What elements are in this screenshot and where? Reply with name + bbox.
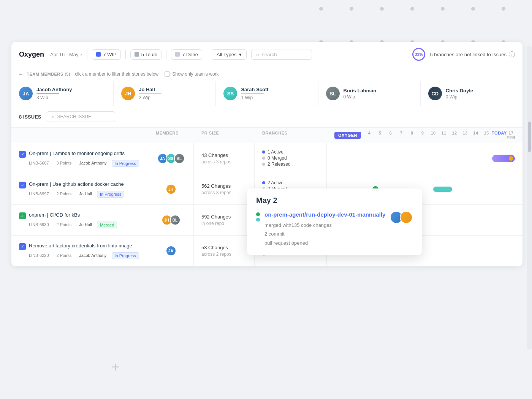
- branch-dot-1-3: [262, 163, 265, 166]
- collapse-icon[interactable]: −: [19, 71, 22, 77]
- col-pr-size: PR SIZE: [201, 131, 262, 140]
- show-team-work[interactable]: Show only team's work: [165, 71, 218, 77]
- tooltip-merged: merged with135 code changes: [264, 221, 385, 230]
- avatar-m3-bl: BL: [170, 215, 180, 225]
- tag-id-1: LINB-6667: [29, 160, 52, 167]
- multi-avatar-2: JH: [166, 184, 176, 195]
- gantt-date-9: 9: [417, 131, 428, 140]
- issue-title-2: On-prem | Use github actions docker cach…: [29, 181, 124, 188]
- tag-assignee-2: Jo Hall: [76, 191, 95, 198]
- member-wip-boris: 0 Wip: [344, 94, 377, 100]
- team-member-boris[interactable]: BL Boris Lahman 0 Wip: [318, 81, 421, 106]
- add-button[interactable]: +: [106, 358, 125, 376]
- wip-icon: [96, 52, 101, 57]
- todo-icon: [135, 52, 139, 57]
- gantt-date-11: 11: [439, 131, 449, 140]
- issue-checkbox-3[interactable]: ✓: [19, 212, 26, 219]
- branch-item-1-3: 2 Released: [262, 162, 319, 167]
- gantt-date-6: 6: [385, 131, 396, 140]
- issue-tags-3: LINB-6930 2 Points Jo Hall Merged: [19, 222, 140, 228]
- tooltip-pr-status: pull request opened: [264, 239, 385, 247]
- tooltip-meta: merged with135 code changes 2 commit pul…: [264, 221, 385, 247]
- avatar-boris: BL: [326, 87, 340, 100]
- search-bar[interactable]: ⌕ search: [251, 49, 312, 60]
- members-cell-2: JH: [148, 174, 194, 204]
- branch-dot-1-1: [262, 150, 265, 154]
- gantt-dates: 4 5 6 7 8 9 10 11 12 13 14 15 TODAY 17 F…: [364, 131, 518, 140]
- avatar-m1-bl: BL: [174, 153, 185, 164]
- team-member-chris[interactable]: CD Chris Doyle 0 Wip: [421, 81, 522, 106]
- divider3: [166, 50, 166, 59]
- gantt-date-17feb: 17 FEB: [505, 131, 518, 140]
- member-name-sarah: Sarah Scott: [241, 87, 268, 92]
- scrollbar-thumb[interactable]: [528, 122, 531, 152]
- pr-changes-2: 562 Changes: [201, 183, 247, 189]
- tooltip-branch-name[interactable]: on-prem-agent/run-deploy-dev-01-mannuall…: [264, 211, 385, 218]
- pr-changes-4: 53 Changes: [201, 245, 247, 250]
- done-badge[interactable]: 7 Done: [171, 49, 202, 60]
- gantt-date-8: 8: [407, 131, 417, 140]
- tooltip-dots: [256, 212, 260, 222]
- branch-dot-2-1: [262, 181, 265, 184]
- member-info-jacob: Jacob Anthony 3 Wip: [36, 87, 72, 100]
- member-name-jo: Jo Hall: [139, 87, 162, 92]
- member-info-jo: Jo Hall 2 Wip: [139, 87, 162, 100]
- issue-checkbox-1[interactable]: ✓: [19, 151, 26, 158]
- member-underline-sarah: [241, 93, 264, 94]
- team-member-jacob[interactable]: JA Jacob Anthony 3 Wip: [11, 81, 114, 106]
- members-cell-3: JH BL: [148, 205, 194, 235]
- tooltip-avatar-2: [400, 211, 413, 224]
- issue-title-4: Remove artifactory credentials from lint…: [29, 242, 132, 249]
- date-range: Apr 16 - May 7: [50, 52, 82, 57]
- gantt-date-today: TODAY: [492, 131, 505, 140]
- tooltip-date: May 2: [256, 196, 413, 205]
- tag-points-3: 2 Points: [54, 222, 74, 228]
- team-member-sarah[interactable]: SS Sarah Scott 1 Wip: [216, 81, 318, 106]
- show-team-checkbox[interactable]: [165, 71, 170, 77]
- scrollbar[interactable]: [527, 46, 532, 350]
- issue-checkbox-2[interactable]: ✓: [19, 182, 26, 188]
- pr-changes-1: 43 Changes: [201, 152, 247, 158]
- branch-label-1-1: 1 Active: [268, 149, 283, 155]
- team-member-jo[interactable]: JH Jo Hall 2 Wip: [114, 81, 216, 106]
- tag-points-4: 2 Points: [54, 252, 74, 259]
- issue-title-cell-3: ✓ onprem | CI/CD for kBs LINB-6930 2 Poi…: [11, 205, 148, 235]
- avatar-m4-ja: JA: [166, 245, 176, 256]
- issue-checkbox-4[interactable]: ✓: [19, 243, 26, 250]
- branch-item-1-1: 1 Active: [262, 149, 319, 155]
- issue-title-cell-4: ✓ Remove artifactory credentials from li…: [11, 236, 148, 266]
- tooltip-content: on-prem-agent/run-deploy-dev-01-mannuall…: [264, 211, 385, 247]
- all-types-button[interactable]: All Types ▾: [212, 49, 247, 60]
- show-team-label: Show only team's work: [172, 71, 218, 77]
- issue-tags-1: LINB-6667 3 Points Jacob Anthony In Prog…: [19, 160, 140, 167]
- member-underline-jacob: [36, 93, 59, 94]
- member-info-sarah: Sarah Scott 1 Wip: [241, 87, 268, 100]
- tooltip-branch-row: on-prem-agent/run-deploy-dev-01-mannuall…: [256, 211, 413, 247]
- gantt-date-7: 7: [396, 131, 407, 140]
- tooltip-dot-teal: [256, 218, 260, 222]
- info-icon[interactable]: i: [509, 51, 515, 57]
- search-issue-bar[interactable]: ⌕ SEARCH ISSUE: [47, 111, 115, 122]
- issue-row-1: ✓ On-prem | Lambda to monitor ongoing dr…: [11, 143, 522, 174]
- issue-title-1: On-prem | Lambda to monitor ongoing drif…: [29, 150, 125, 157]
- todo-badge[interactable]: 5 To do: [130, 49, 162, 60]
- wip-label: 7 WIP: [103, 52, 116, 57]
- avatar-jacob: JA: [19, 87, 33, 100]
- tag-id-2: LINB-6997: [29, 191, 52, 198]
- check-icon-4: ✓: [21, 244, 24, 249]
- done-icon: [175, 52, 180, 57]
- member-wip-sarah: 1 Wip: [241, 95, 268, 100]
- branch-dot-1-2: [262, 157, 265, 160]
- issues-header: 8 ISSUES ⌕ SEARCH ISSUE: [11, 106, 522, 128]
- gantt-date-10: 10: [428, 131, 439, 140]
- member-name-jacob: Jacob Anthony: [36, 87, 72, 92]
- issue-title-cell-1: ✓ On-prem | Lambda to monitor ongoing dr…: [11, 143, 148, 174]
- search-issue-placeholder: SEARCH ISSUE: [57, 114, 91, 119]
- tag-points-2: 2 Points: [54, 191, 74, 198]
- member-name-boris: Boris Lahman: [344, 88, 377, 93]
- pr-repos-2: across 3 repos: [201, 190, 247, 195]
- tag-id-4: LINB-6220: [29, 252, 52, 259]
- wip-badge[interactable]: 7 WIP: [92, 49, 120, 60]
- gantt-marker-1: [509, 156, 513, 161]
- col-branches: BRANCHES: [262, 131, 334, 140]
